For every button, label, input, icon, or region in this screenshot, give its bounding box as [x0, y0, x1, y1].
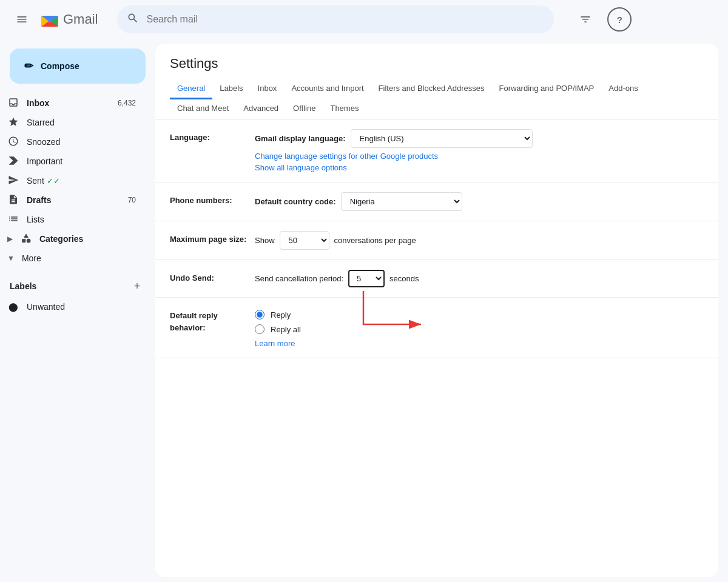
language-inline-label: Gmail display language: [255, 134, 346, 143]
compose-label: Compose [41, 61, 79, 71]
sidebar-item-starred[interactable]: Starred [0, 113, 146, 132]
search-input[interactable] [146, 14, 544, 25]
inbox-count: 6,432 [118, 99, 136, 107]
sent-icon [7, 175, 19, 187]
categories-expand-icon: ▶ [7, 235, 13, 243]
tab-labels[interactable]: Labels [212, 79, 250, 99]
conversations-per-page-select[interactable]: 10 15 20 25 50 100 [280, 231, 329, 250]
reply-label: Reply [271, 310, 291, 319]
lists-icon [7, 213, 19, 226]
sent-label: Sent ✓✓ [27, 176, 136, 186]
cancellation-period-prefix: Send cancellation period: [255, 274, 343, 283]
reply-all-label: Reply all [271, 325, 301, 334]
tab-themes[interactable]: Themes [323, 99, 366, 119]
reply-radio-group: Reply Reply all [255, 310, 704, 334]
search-filter-button[interactable] [573, 7, 598, 32]
reply-option[interactable]: Reply [255, 310, 704, 319]
country-code-inline-label: Default country code: [255, 197, 336, 206]
categories-label: Categories [39, 234, 136, 244]
star-icon [7, 116, 19, 129]
sent-checkmarks: ✓✓ [47, 176, 60, 186]
max-page-setting-row: Maximum page size: Show 10 15 20 25 50 1… [155, 221, 718, 260]
language-select[interactable]: English (US) English (UK) Spanish French [351, 129, 533, 148]
default-reply-setting-row: Default reply behavior: Reply Reply all [155, 298, 718, 358]
tab-filters[interactable]: Filters and Blocked Addresses [371, 79, 492, 99]
reply-all-option[interactable]: Reply all [255, 324, 704, 334]
tab-general[interactable]: General [170, 79, 212, 99]
learn-more-link[interactable]: Learn more [255, 339, 704, 348]
undo-send-setting-row: Undo Send: Send cancellation period: 5 1… [155, 260, 718, 298]
settings-content: Language: Gmail display language: Englis… [155, 119, 718, 358]
phone-content: Default country code: Nigeria United Sta… [255, 192, 704, 211]
starred-label: Starred [27, 118, 136, 127]
unwanted-label: Unwanted [27, 302, 136, 312]
labels-title: Labels [10, 281, 36, 291]
page-title: Settings [155, 44, 718, 79]
change-language-link[interactable]: Change language settings for other Googl… [255, 152, 704, 161]
tab-advanced[interactable]: Advanced [236, 99, 286, 119]
gmail-wordmark: Gmail [63, 12, 98, 27]
inbox-icon [7, 97, 19, 110]
lists-label: Lists [27, 215, 136, 224]
default-reply-content: Reply Reply all Learn more [255, 307, 704, 348]
settings-tabs: General Labels Inbox Accounts and Import… [155, 79, 718, 119]
help-button[interactable]: ? [607, 7, 632, 32]
help-icon: ? [617, 15, 622, 25]
compose-pencil-icon: ✏ [24, 59, 33, 73]
more-label: More [22, 253, 136, 263]
tab-inbox[interactable]: Inbox [251, 79, 285, 99]
labels-section-header: Labels + [0, 268, 155, 297]
max-page-content: Show 10 15 20 25 50 100 conversations pe… [255, 231, 704, 250]
label-dot-icon: ⬤ [7, 302, 19, 312]
cancellation-period-select[interactable]: 5 10 20 30 [348, 270, 385, 287]
tab-chat[interactable]: Chat and Meet [170, 99, 236, 119]
snoozed-icon [7, 136, 19, 149]
gmail-logo: Gmail [39, 8, 98, 30]
max-page-prefix: Show [255, 236, 275, 245]
topbar: Gmail ? [0, 0, 728, 39]
country-code-select[interactable]: Nigeria United States United Kingdom Gha… [341, 192, 462, 211]
language-label: Language: [170, 129, 255, 144]
svg-point-0 [27, 238, 31, 242]
reply-all-radio[interactable] [255, 324, 265, 334]
content-area: Settings General Labels Inbox Accounts a… [155, 44, 718, 577]
phone-setting-row: Phone numbers: Default country code: Nig… [155, 182, 718, 221]
sidebar-item-unwanted[interactable]: ⬤ Unwanted [0, 297, 146, 316]
tab-addons[interactable]: Add-ons [601, 79, 645, 99]
show-all-languages-link[interactable]: Show all language options [255, 163, 704, 172]
important-icon [7, 155, 19, 168]
important-label: Important [27, 156, 136, 166]
undo-send-label: Undo Send: [170, 270, 255, 284]
sidebar-item-snoozed[interactable]: Snoozed [0, 132, 146, 152]
sidebar-item-more[interactable]: ▼ More [0, 249, 146, 268]
drafts-label: Drafts [27, 195, 121, 205]
drafts-icon [7, 194, 19, 207]
search-icon [127, 12, 139, 27]
sidebar-item-sent[interactable]: Sent ✓✓ [0, 171, 146, 190]
sidebar-item-inbox[interactable]: Inbox 6,432 [0, 93, 146, 113]
search-bar [117, 5, 554, 33]
max-page-label: Maximum page size: [170, 231, 255, 246]
compose-button[interactable]: ✏ Compose [10, 48, 146, 84]
language-content: Gmail display language: English (US) Eng… [255, 129, 704, 172]
default-reply-label: Default reply behavior: [170, 307, 255, 333]
tab-forwarding[interactable]: Forwarding and POP/IMAP [491, 79, 601, 99]
tab-accounts[interactable]: Accounts and Import [284, 79, 371, 99]
reply-radio[interactable] [255, 310, 265, 319]
tab-offline[interactable]: Offline [286, 99, 323, 119]
snoozed-label: Snoozed [27, 137, 136, 147]
sidebar: ✏ Compose Inbox 6,432 Starred Snoozed [0, 39, 155, 582]
sidebar-item-important[interactable]: Important [0, 152, 146, 171]
max-page-suffix: conversations per page [334, 236, 416, 245]
sidebar-item-drafts[interactable]: Drafts 70 [0, 190, 146, 210]
sidebar-item-categories[interactable]: ▶ Categories [0, 229, 146, 249]
more-expand-icon: ▼ [7, 254, 15, 263]
menu-button[interactable] [10, 7, 34, 32]
main-layout: ✏ Compose Inbox 6,432 Starred Snoozed [0, 39, 728, 582]
categories-icon [20, 233, 32, 246]
sidebar-item-lists[interactable]: Lists [0, 210, 146, 229]
inbox-label: Inbox [27, 98, 110, 108]
undo-send-content: Send cancellation period: 5 10 20 30 [255, 270, 704, 287]
add-label-button[interactable]: + [129, 278, 146, 295]
phone-label: Phone numbers: [170, 192, 255, 207]
